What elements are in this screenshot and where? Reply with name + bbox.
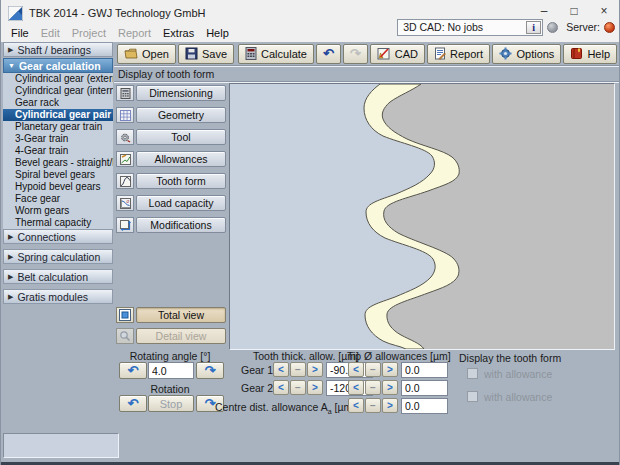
save-button[interactable]: Save bbox=[178, 44, 234, 64]
tip2-reset-button[interactable]: − bbox=[365, 380, 381, 395]
tip2-spinner: < − > bbox=[348, 380, 398, 395]
rotate-ccw-button[interactable]: ↶ bbox=[119, 362, 147, 379]
with-allowance-checkbox-1 bbox=[467, 368, 478, 379]
total-view-icon bbox=[116, 307, 134, 323]
sidebar-item-cylindrical-gear-pair[interactable]: Cylindrical gear pair bbox=[3, 109, 113, 121]
tool-button[interactable]: Tool bbox=[116, 129, 226, 145]
sidebar-group-label: Connections bbox=[17, 231, 75, 243]
dimensioning-icon bbox=[116, 85, 134, 101]
sidebar-item-hypoid-bevel-gears[interactable]: Hypoid bevel gears bbox=[3, 181, 113, 193]
geometry-button[interactable]: Geometry bbox=[116, 107, 226, 123]
load-capacity-button[interactable]: σ Load capacity bbox=[116, 195, 226, 211]
toolbar-divider bbox=[114, 65, 619, 67]
sidebar-item-4-gear-train[interactable]: 4-Gear train bbox=[3, 145, 113, 157]
sidebar-item-worm-gears[interactable]: Worm gears bbox=[3, 205, 113, 217]
rotate-ccw-icon: ↶ bbox=[128, 363, 139, 378]
tooth-thickness-header: Tooth thick. allow. [µm] bbox=[253, 350, 359, 362]
sidebar-group-label: Shaft / bearings bbox=[17, 44, 91, 56]
sidebar-group-spring-calculation[interactable]: ▶ Spring calculation bbox=[3, 249, 113, 264]
undo-button[interactable]: ↶ bbox=[316, 44, 341, 64]
bottom-controls: Rotating angle [°] ↶ ↷ Rotation ↶ Stop ↷… bbox=[115, 347, 620, 430]
tip1-value-input[interactable] bbox=[401, 362, 448, 378]
allowances-button[interactable]: Allowances bbox=[116, 151, 226, 167]
sidebar-group-connections[interactable]: ▶ Connections bbox=[3, 229, 113, 244]
gear2-decrease-button[interactable]: < bbox=[273, 380, 289, 395]
server-status-orb bbox=[604, 22, 615, 33]
centre-reset-button[interactable]: − bbox=[365, 398, 381, 413]
sidebar-group-gear-calculation[interactable]: ▼ Gear calculation bbox=[3, 58, 113, 73]
info-button[interactable]: i bbox=[526, 21, 541, 34]
sidebar-item-cylindrical-gear-internal[interactable]: Cylindrical gear (internal) bbox=[3, 85, 113, 97]
gear2-label: Gear 2 bbox=[241, 382, 273, 394]
save-label: Save bbox=[202, 48, 227, 60]
options-button[interactable]: Options bbox=[492, 44, 561, 64]
menu-extras[interactable]: Extras bbox=[157, 26, 200, 40]
sidebar-group-gratis-modules[interactable]: ▶ Gratis modules bbox=[3, 289, 113, 304]
geometry-icon bbox=[116, 107, 134, 123]
tip1-decrease-button[interactable]: < bbox=[348, 362, 364, 377]
report-document-icon bbox=[434, 47, 446, 60]
tip1-increase-button[interactable]: > bbox=[382, 362, 398, 377]
tooth-form-button[interactable]: Tooth form bbox=[116, 173, 226, 189]
redo-button: ↷ bbox=[343, 44, 368, 64]
sidebar-item-3-gear-train[interactable]: 3-Gear train bbox=[3, 133, 113, 145]
svg-text:σ: σ bbox=[126, 199, 129, 204]
calculate-button[interactable]: Calculate bbox=[238, 44, 314, 64]
sidebar-item-planetary-gear-train[interactable]: Planetary gear train bbox=[3, 121, 113, 133]
rotation-ccw-button[interactable]: ↶ bbox=[119, 395, 147, 412]
dimensioning-label: Dimensioning bbox=[136, 85, 226, 101]
menu-file[interactable]: File bbox=[5, 26, 35, 40]
sidebar-item-spiral-bevel-gears[interactable]: Spiral bevel gears bbox=[3, 169, 113, 181]
cad-label: CAD bbox=[395, 48, 418, 60]
navigation-tree: ▶ Shaft / bearings ▼ Gear calculation Cy… bbox=[2, 42, 114, 304]
help-button[interactable]: Help bbox=[563, 44, 617, 64]
collapsed-arrow-icon: ▶ bbox=[8, 293, 13, 301]
status-cell bbox=[3, 433, 119, 458]
gear1-decrease-button[interactable]: < bbox=[273, 362, 289, 377]
modifications-icon bbox=[116, 217, 134, 233]
centre-decrease-button[interactable]: < bbox=[348, 398, 364, 413]
sidebar-item-gear-rack[interactable]: Gear rack bbox=[3, 97, 113, 109]
centre-increase-button[interactable]: > bbox=[382, 398, 398, 413]
geometry-label: Geometry bbox=[136, 107, 226, 123]
collapsed-arrow-icon: ▶ bbox=[8, 253, 13, 261]
sidebar-group-belt-calculation[interactable]: ▶ Belt calculation bbox=[3, 269, 113, 284]
gear1-increase-button[interactable]: > bbox=[307, 362, 323, 377]
menu-edit: Edit bbox=[35, 26, 66, 40]
gear2-spinner: < − > bbox=[273, 380, 323, 395]
allowances-icon bbox=[116, 151, 134, 167]
menu-help[interactable]: Help bbox=[200, 26, 235, 40]
main-area: ▶ Shaft / bearings ▼ Gear calculation Cy… bbox=[1, 42, 620, 462]
load-capacity-label: Load capacity bbox=[136, 195, 226, 211]
open-label: Open bbox=[142, 48, 169, 60]
collapsed-arrow-icon: ▶ bbox=[8, 233, 13, 241]
sidebar-group-label: Belt calculation bbox=[17, 271, 88, 283]
gear1-reset-button[interactable]: − bbox=[290, 362, 306, 377]
rotating-angle-input[interactable] bbox=[148, 362, 194, 379]
sidebar-item-face-gear[interactable]: Face gear bbox=[3, 193, 113, 205]
sidebar-item-bevel-gears[interactable]: Bevel gears - straight/helical bbox=[3, 157, 113, 169]
open-button[interactable]: Open bbox=[117, 44, 176, 64]
dimensioning-button[interactable]: Dimensioning bbox=[116, 85, 226, 101]
cad-button[interactable]: CAD bbox=[370, 44, 425, 64]
tip2-value-input[interactable] bbox=[401, 380, 448, 396]
right-gear-region bbox=[382, 84, 614, 349]
sidebar-item-cylindrical-gear-external[interactable]: Cylindrical gear (external) bbox=[3, 73, 113, 85]
sidebar-group-shaft-bearings[interactable]: ▶ Shaft / bearings bbox=[3, 42, 113, 57]
tip-allowances-header: Tip Ø allowances [µm] bbox=[347, 350, 451, 362]
menu-bar: File Edit Project Report Extras Help bbox=[5, 26, 235, 40]
report-button[interactable]: Report bbox=[427, 44, 490, 64]
centre-distance-input[interactable] bbox=[401, 398, 448, 414]
rotate-cw-button[interactable]: ↷ bbox=[196, 362, 224, 379]
sidebar-item-thermal-capacity[interactable]: Thermal capacity bbox=[3, 217, 113, 229]
gear2-reset-button[interactable]: − bbox=[290, 380, 306, 395]
gear2-increase-button[interactable]: > bbox=[307, 380, 323, 395]
centre-distance-label-text: Centre dist. allowance A bbox=[215, 401, 328, 413]
detail-view-button: Detail view bbox=[116, 328, 226, 344]
tip2-decrease-button[interactable]: < bbox=[348, 380, 364, 395]
modifications-button[interactable]: Modifications bbox=[116, 217, 226, 233]
total-view-button[interactable]: Total view bbox=[116, 307, 226, 323]
tip1-reset-button[interactable]: − bbox=[365, 362, 381, 377]
open-folder-icon bbox=[124, 47, 138, 60]
tip2-increase-button[interactable]: > bbox=[382, 380, 398, 395]
